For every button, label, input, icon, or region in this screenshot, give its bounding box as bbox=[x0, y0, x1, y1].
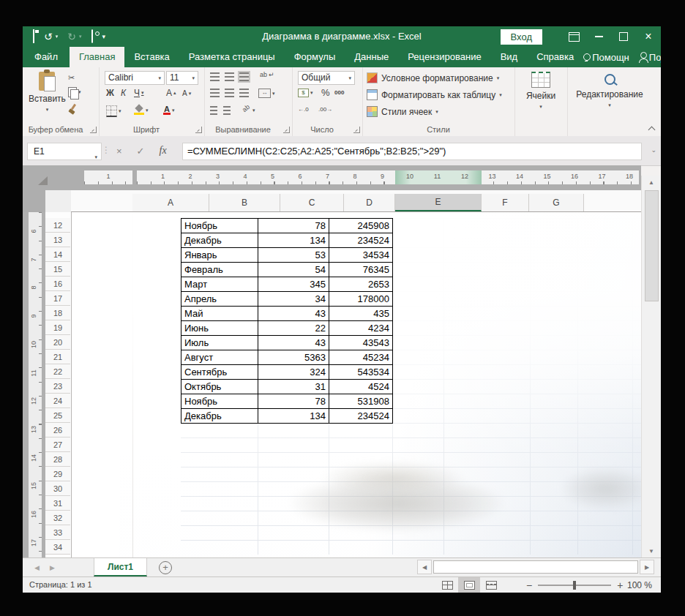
cell-value-c[interactable]: 4234 bbox=[329, 321, 393, 336]
ribbon-tab-formulas[interactable]: Формулы bbox=[285, 47, 345, 67]
cell-month[interactable]: Январь bbox=[181, 248, 258, 263]
enter-icon[interactable]: ✓ bbox=[137, 146, 145, 157]
page-area[interactable]: Ноябрь78245908Декабрь134234524Январь5334… bbox=[71, 212, 641, 557]
row-header-26[interactable]: 26 bbox=[45, 423, 70, 437]
cut-button[interactable]: ✂ bbox=[68, 73, 75, 83]
cell-value-c[interactable]: 234524 bbox=[329, 409, 393, 424]
ribbon-tab-insert[interactable]: Вставка bbox=[124, 47, 179, 67]
formula-input[interactable]: =СУММЕСЛИМН(C2:C25;A2:A25;"Сентябрь";B2:… bbox=[182, 143, 642, 160]
cell-value-c[interactable]: 34534 bbox=[329, 248, 393, 263]
row-header-15[interactable]: 15 bbox=[45, 262, 70, 277]
page-layout-view-button[interactable] bbox=[458, 577, 480, 593]
scroll-down-icon[interactable]: ▼ bbox=[642, 544, 661, 557]
merge-center-button[interactable]: ↔▾ bbox=[258, 89, 275, 98]
row-header-18[interactable]: 18 bbox=[45, 306, 70, 320]
cell-value-c[interactable]: 245908 bbox=[329, 219, 393, 233]
cell-value-c[interactable]: 234524 bbox=[329, 233, 393, 248]
orientation-button[interactable]: ab bbox=[241, 103, 251, 113]
column-header-D[interactable]: D bbox=[344, 194, 395, 211]
ribbon-tab-help[interactable]: Справка bbox=[527, 47, 583, 67]
sign-in-button[interactable]: Вход bbox=[501, 29, 542, 45]
cell-value-c[interactable]: 2653 bbox=[329, 277, 393, 292]
align-right-button[interactable] bbox=[239, 89, 249, 97]
ribbon-tab-page-layout[interactable]: Разметка страницы bbox=[179, 47, 285, 67]
accounting-format-button[interactable]: $▾ bbox=[298, 89, 313, 97]
row-header-14[interactable]: 14 bbox=[45, 247, 70, 262]
align-center-button[interactable] bbox=[225, 89, 234, 97]
column-header-F[interactable]: F bbox=[482, 194, 529, 211]
grow-font-button[interactable]: А bbox=[166, 88, 176, 98]
comma-style-button[interactable]: 000 bbox=[334, 89, 344, 96]
cell-month[interactable]: Ноябрь bbox=[181, 394, 258, 409]
undo-icon[interactable]: ↺ bbox=[44, 31, 53, 42]
new-sheet-button[interactable]: + bbox=[159, 561, 172, 574]
cancel-icon[interactable]: × bbox=[116, 146, 122, 157]
conditional-formatting-button[interactable]: Условное форматирование▾ bbox=[367, 72, 499, 83]
cell-value-b[interactable]: 22 bbox=[258, 321, 329, 336]
cell-month[interactable]: Ноябрь bbox=[181, 219, 258, 233]
number-format-combobox[interactable]: Общий▾ bbox=[298, 71, 355, 85]
zoom-level[interactable]: 100 % bbox=[627, 580, 652, 590]
undo-dropdown-icon[interactable]: ▾ bbox=[56, 34, 59, 40]
column-header-C[interactable]: C bbox=[280, 194, 344, 211]
ribbon-tab-home[interactable]: Главная bbox=[70, 47, 124, 67]
row-header-27[interactable]: 27 bbox=[45, 437, 70, 452]
column-header-G[interactable]: G bbox=[529, 194, 584, 211]
font-dialog-launcher-icon[interactable] bbox=[195, 127, 202, 133]
row-header-16[interactable]: 16 bbox=[45, 277, 70, 291]
cell-month[interactable]: Август bbox=[181, 350, 258, 365]
select-all-corner[interactable] bbox=[45, 190, 71, 213]
row-header-22[interactable]: 22 bbox=[45, 364, 70, 379]
row-header-12[interactable]: 12 bbox=[45, 218, 70, 233]
row-header-13[interactable]: 13 bbox=[45, 233, 70, 247]
row-header-19[interactable]: 19 bbox=[45, 320, 70, 335]
cell-month[interactable]: Март bbox=[181, 277, 258, 292]
share-item[interactable]: Поделиться bbox=[635, 52, 661, 63]
next-sheet-icon[interactable]: ▶ bbox=[50, 564, 55, 571]
expand-formula-bar-icon[interactable]: ⌄ bbox=[651, 146, 656, 154]
scroll-right-icon[interactable]: ▶ bbox=[640, 560, 654, 574]
ribbon-tab-file[interactable]: Файл bbox=[23, 47, 70, 67]
alignment-dialog-launcher-icon[interactable] bbox=[283, 127, 290, 133]
cell-month[interactable]: Июнь bbox=[181, 321, 258, 336]
row-header-23[interactable]: 23 bbox=[45, 379, 70, 394]
name-box[interactable]: E1▾ bbox=[27, 143, 102, 160]
cell-value-b[interactable]: 43 bbox=[258, 307, 329, 321]
clipboard-dialog-launcher-icon[interactable] bbox=[90, 127, 97, 133]
assistant-item[interactable]: Помощн bbox=[583, 52, 629, 63]
horizontal-scrollbar[interactable]: ◀ ▶ bbox=[417, 560, 654, 574]
cells-button[interactable]: Ячейки ▾ bbox=[514, 72, 567, 110]
paste-button[interactable]: Вставить ▾ bbox=[29, 72, 66, 113]
cell-value-b[interactable]: 345 bbox=[258, 277, 329, 292]
decrease-indent-button[interactable] bbox=[210, 106, 217, 115]
cell-month[interactable]: Декабрь bbox=[181, 409, 258, 424]
insert-function-icon[interactable]: fx bbox=[160, 145, 167, 157]
cell-value-c[interactable]: 76345 bbox=[329, 263, 393, 277]
column-header-E[interactable]: E bbox=[395, 194, 482, 211]
sheet-tab-active[interactable]: Лист1 bbox=[94, 558, 147, 576]
cell-value-c[interactable]: 43543 bbox=[329, 336, 393, 350]
ribbon-tab-view[interactable]: Вид bbox=[491, 47, 528, 67]
fill-color-button[interactable]: ▾ bbox=[134, 105, 149, 115]
cell-month[interactable]: Апрель bbox=[181, 292, 258, 307]
camera-icon[interactable] bbox=[91, 30, 93, 43]
row-header-21[interactable]: 21 bbox=[45, 350, 70, 364]
cell-value-b[interactable]: 31 bbox=[258, 380, 329, 394]
vertical-scrollbar[interactable]: ▲ ▼ bbox=[641, 176, 661, 557]
bold-button[interactable]: Ж bbox=[106, 88, 114, 98]
vertical-scroll-thumb[interactable] bbox=[645, 190, 659, 301]
number-dialog-launcher-icon[interactable] bbox=[353, 127, 360, 133]
cell-value-b[interactable]: 34 bbox=[258, 292, 329, 307]
cell-value-b[interactable]: 134 bbox=[258, 233, 329, 248]
cell-month[interactable]: Сентябрь bbox=[181, 365, 258, 380]
cell-month[interactable]: Декабрь bbox=[181, 233, 258, 248]
cell-styles-button[interactable]: Стили ячеек▾ bbox=[367, 106, 438, 117]
row-header-25[interactable]: 25 bbox=[45, 408, 70, 423]
horizontal-scroll-thumb[interactable] bbox=[433, 560, 638, 574]
ribbon-display-options-icon[interactable] bbox=[561, 26, 586, 47]
font-color-button[interactable]: А▾ bbox=[163, 105, 174, 115]
cell-value-b[interactable]: 54 bbox=[258, 263, 329, 277]
row-header-28[interactable]: 28 bbox=[45, 452, 70, 467]
row-header-20[interactable]: 20 bbox=[45, 335, 70, 350]
row-header-32[interactable]: 32 bbox=[45, 511, 70, 525]
